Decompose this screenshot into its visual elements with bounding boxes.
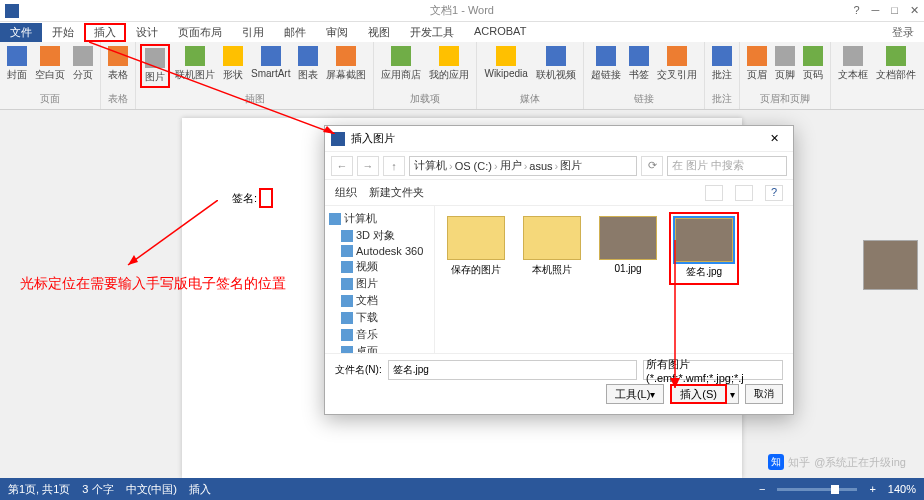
- file-01.jpg[interactable]: 01.jpg: [593, 212, 663, 285]
- ribbon-交叉引用[interactable]: 交叉引用: [654, 44, 700, 84]
- tree-计算机[interactable]: 计算机: [327, 210, 432, 227]
- search-input[interactable]: 在 图片 中搜索: [667, 156, 787, 176]
- tab-file[interactable]: 文件: [0, 23, 42, 42]
- close-icon[interactable]: ✕: [910, 4, 919, 17]
- ribbon-group-表格: 表格表格: [101, 42, 136, 109]
- ribbon-group-页面: 封面空白页分页页面: [0, 42, 101, 109]
- folder-tree: 计算机3D 对象Autodesk 360视频图片文档下载音乐桌面OS (C:)S…: [325, 206, 435, 353]
- 书签-icon: [629, 46, 649, 66]
- folder-icon: [447, 216, 505, 260]
- insert-button[interactable]: 插入(S): [670, 384, 727, 404]
- help-dialog-icon[interactable]: ?: [765, 185, 783, 201]
- breadcrumb-图片[interactable]: 图片: [560, 158, 582, 173]
- ribbon-Wikipedia[interactable]: Wikipedia: [481, 44, 530, 81]
- ribbon-页码[interactable]: 页码: [800, 44, 826, 84]
- zoom-level[interactable]: 140%: [888, 483, 916, 495]
- ribbon-图片[interactable]: 图片: [140, 44, 170, 88]
- breadcrumb-OS (C:)[interactable]: OS (C:): [455, 160, 492, 172]
- zhihu-icon: 知: [768, 454, 784, 470]
- tab-引用[interactable]: 引用: [232, 23, 274, 42]
- tree-桌面[interactable]: 桌面: [327, 343, 432, 353]
- zoom-in-icon[interactable]: +: [869, 483, 875, 495]
- ribbon-应用商店[interactable]: 应用商店: [378, 44, 424, 84]
- filetype-select[interactable]: 所有图片(*.emf;*.wmf;*.jpg;*.j: [643, 360, 783, 380]
- tree-Autodesk 360[interactable]: Autodesk 360: [327, 244, 432, 258]
- tree-视频[interactable]: 视频: [327, 258, 432, 275]
- tree-音乐[interactable]: 音乐: [327, 326, 432, 343]
- ribbon-空白页[interactable]: 空白页: [32, 44, 68, 84]
- breadcrumb[interactable]: 计算机›OS (C:)›用户›asus›图片: [409, 156, 637, 176]
- ribbon-文档部件[interactable]: 文档部件: [873, 44, 919, 84]
- status-words[interactable]: 3 个字: [82, 482, 113, 497]
- ribbon-批注[interactable]: 批注: [709, 44, 735, 84]
- tab-插入[interactable]: 插入: [84, 23, 126, 42]
- tab-邮件[interactable]: 邮件: [274, 23, 316, 42]
- dialog-toolbar: 组织 新建文件夹 ?: [325, 180, 793, 206]
- tree-3D 对象[interactable]: 3D 对象: [327, 227, 432, 244]
- 超链接-icon: [596, 46, 616, 66]
- cancel-button[interactable]: 取消: [745, 384, 783, 404]
- tools-button[interactable]: 工具(L) ▾: [606, 384, 664, 404]
- nav-refresh-icon[interactable]: ⟳: [641, 156, 663, 176]
- new-folder-button[interactable]: 新建文件夹: [369, 185, 424, 200]
- help-icon[interactable]: ?: [853, 4, 859, 17]
- breadcrumb-计算机[interactable]: 计算机: [414, 158, 447, 173]
- filename-input[interactable]: [388, 360, 637, 380]
- ribbon-SmartArt[interactable]: SmartArt: [248, 44, 293, 81]
- ribbon-联机视频[interactable]: 联机视频: [533, 44, 579, 84]
- maximize-icon[interactable]: □: [891, 4, 898, 17]
- file-保存的图片[interactable]: 保存的图片: [441, 212, 511, 285]
- preview-thumbnail: [863, 240, 918, 290]
- breadcrumb-用户[interactable]: 用户: [500, 158, 522, 173]
- status-page[interactable]: 第1页, 共1页: [8, 482, 70, 497]
- ribbon: 封面空白页分页页面表格表格图片联机图片形状SmartArt图表屏幕截图插图应用商…: [0, 42, 924, 110]
- organize-menu[interactable]: 组织: [335, 185, 357, 200]
- nav-up-icon[interactable]: ↑: [383, 156, 405, 176]
- ribbon-分页[interactable]: 分页: [70, 44, 96, 84]
- tab-开发工具[interactable]: 开发工具: [400, 23, 464, 42]
- file-签名.jpg[interactable]: 签名.jpg: [669, 212, 739, 285]
- ribbon-超链接[interactable]: 超链接: [588, 44, 624, 84]
- file-本机照片[interactable]: 本机照片: [517, 212, 587, 285]
- tab-开始[interactable]: 开始: [42, 23, 84, 42]
- dialog-close-icon[interactable]: ✕: [762, 130, 787, 147]
- 文档部件-icon: [886, 46, 906, 66]
- folder-icon: [523, 216, 581, 260]
- zoom-out-icon[interactable]: −: [759, 483, 765, 495]
- zoom-slider[interactable]: [777, 488, 857, 491]
- image-thumbnail: [675, 218, 733, 262]
- ribbon-联机图片[interactable]: 联机图片: [172, 44, 218, 84]
- 我的应用-icon: [439, 46, 459, 66]
- ribbon-我的应用[interactable]: 我的应用: [426, 44, 472, 84]
- status-mode[interactable]: 插入: [189, 482, 211, 497]
- ribbon-group-加载项: 应用商店我的应用加载项: [374, 42, 477, 109]
- status-lang[interactable]: 中文(中国): [126, 482, 177, 497]
- login-link[interactable]: 登录: [892, 25, 914, 40]
- tab-设计[interactable]: 设计: [126, 23, 168, 42]
- ribbon-页眉[interactable]: 页眉: [744, 44, 770, 84]
- ribbon-图表[interactable]: 图表: [295, 44, 321, 84]
- tab-视图[interactable]: 视图: [358, 23, 400, 42]
- ribbon-封面[interactable]: 封面: [4, 44, 30, 84]
- breadcrumb-asus[interactable]: asus: [529, 160, 552, 172]
- nav-forward-icon[interactable]: →: [357, 156, 379, 176]
- preview-pane-icon[interactable]: [735, 185, 753, 201]
- tab-ACROBAT[interactable]: ACROBAT: [464, 23, 536, 42]
- tree-图片[interactable]: 图片: [327, 275, 432, 292]
- tree-下载[interactable]: 下载: [327, 309, 432, 326]
- nav-back-icon[interactable]: ←: [331, 156, 353, 176]
- ribbon-形状[interactable]: 形状: [220, 44, 246, 84]
- 封面-icon: [7, 46, 27, 66]
- insert-split-icon[interactable]: ▾: [727, 384, 739, 404]
- ribbon-表格[interactable]: 表格: [105, 44, 131, 84]
- minimize-icon[interactable]: ─: [872, 4, 880, 17]
- title-bar: 文档1 - Word ? ─ □ ✕: [0, 0, 924, 22]
- ribbon-书签[interactable]: 书签: [626, 44, 652, 84]
- view-mode-icon[interactable]: [705, 185, 723, 201]
- tab-页面布局[interactable]: 页面布局: [168, 23, 232, 42]
- ribbon-文本框[interactable]: 文本框: [835, 44, 871, 84]
- tree-文档[interactable]: 文档: [327, 292, 432, 309]
- tab-审阅[interactable]: 审阅: [316, 23, 358, 42]
- ribbon-页脚[interactable]: 页脚: [772, 44, 798, 84]
- ribbon-屏幕截图[interactable]: 屏幕截图: [323, 44, 369, 84]
